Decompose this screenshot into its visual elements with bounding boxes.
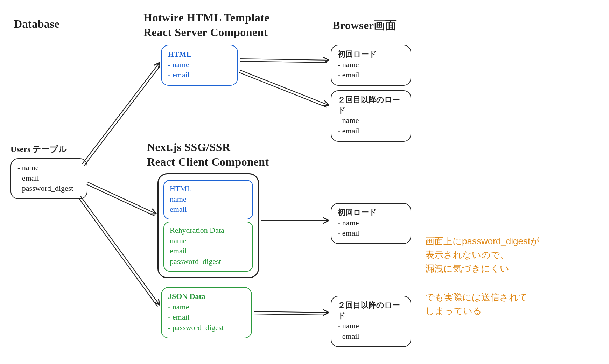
svg-line-13 xyxy=(254,314,327,315)
hotwire-html-title: HTML xyxy=(168,49,231,59)
first-load-top-email: email xyxy=(338,70,404,80)
heading-browser: Browser画面 xyxy=(332,18,397,33)
field-email: email xyxy=(18,173,80,183)
rehydration-email: email xyxy=(170,246,247,256)
box-nextjs-html: HTML name email xyxy=(163,180,253,219)
svg-line-4 xyxy=(80,196,159,304)
arrow-hotwire-to-first-load xyxy=(240,59,328,63)
svg-line-12 xyxy=(254,312,328,313)
note1-line2: 表示されないので、 xyxy=(425,248,540,262)
arrow-users-to-nextjs-composite xyxy=(87,182,156,216)
svg-line-8 xyxy=(240,70,328,105)
heading-nextjs-line1: Next.js SSG/SSR xyxy=(147,140,269,155)
svg-line-6 xyxy=(240,59,328,60)
field-name: name xyxy=(18,162,80,173)
nextjs-html-email: email xyxy=(170,204,247,215)
box-hotwire-html: HTML name email xyxy=(161,45,238,86)
arrow-users-to-json xyxy=(79,196,159,307)
heading-hotwire-line1: Hotwire HTML Template xyxy=(144,10,270,25)
json-email: email xyxy=(168,312,245,322)
second-load-bottom-name: name xyxy=(338,321,404,331)
svg-line-9 xyxy=(239,72,327,107)
note2-line1: でも実際には送信されて xyxy=(425,290,528,304)
rehydration-name: name xyxy=(170,236,247,246)
note-password-digest-hidden: 画面上にpassword_digestが 表示されないので、 漏洩に気づきにくい xyxy=(425,234,540,275)
svg-line-7 xyxy=(240,61,327,63)
heading-hotwire-line2: React Server Component xyxy=(144,25,270,40)
heading-database: Database xyxy=(14,17,59,31)
box-users-table: Users Users テーブルテーブル name email password… xyxy=(10,144,88,199)
first-load-top-title: 初回ロード xyxy=(338,49,404,59)
svg-line-3 xyxy=(87,184,155,216)
note1-line3: 漏洩に気づきにくい xyxy=(425,262,540,275)
field-password-digest: password_digest xyxy=(18,183,80,194)
users-table-fields: name email password_digest xyxy=(10,158,88,199)
box-browser-second-load-top: ２回目以降のロード name email xyxy=(331,90,411,142)
heading-nextjs-line2: React Client Component xyxy=(147,155,269,169)
svg-line-2 xyxy=(88,182,156,214)
arrow-json-to-second-load-bottom xyxy=(254,312,328,315)
box-nextjs-json: JSON Data name email password_digest xyxy=(161,287,252,338)
users-table-title: Users Users テーブルテーブル xyxy=(10,144,88,155)
json-password-digest: password_digest xyxy=(168,322,245,333)
second-load-top-title: ２回目以降のロード xyxy=(338,94,404,115)
note-actually-sent: でも実際には送信されて しまっている xyxy=(425,290,528,318)
hotwire-html-email: email xyxy=(168,70,231,80)
first-load-top-name: name xyxy=(338,59,404,70)
second-load-bottom-email: email xyxy=(338,331,404,342)
json-name: name xyxy=(168,302,245,312)
nextjs-html-title: HTML xyxy=(170,183,247,194)
rehydration-title: Rehydration Data xyxy=(170,225,247,236)
heading-hotwire: Hotwire HTML Template React Server Compo… xyxy=(144,10,270,40)
first-load-bottom-email: email xyxy=(338,228,404,238)
note1-line1: 画面上にpassword_digestが xyxy=(425,234,540,248)
svg-line-5 xyxy=(79,198,158,307)
first-load-bottom-title: 初回ロード xyxy=(338,207,404,218)
box-browser-first-load-bottom: 初回ロード name email xyxy=(331,203,411,244)
box-browser-second-load-bottom: ２回目以降のロード name email xyxy=(331,296,411,347)
arrow-hotwire-to-second-load xyxy=(239,70,328,107)
heading-nextjs: Next.js SSG/SSR React Client Component xyxy=(147,140,269,169)
rehydration-password-digest: password_digest xyxy=(170,256,247,267)
box-browser-first-load-top: 初回ロード name email xyxy=(331,45,411,86)
nextjs-html-name: name xyxy=(170,194,247,204)
box-nextjs-composite: HTML name email Rehydration Data name em… xyxy=(158,173,259,278)
second-load-bottom-title: ２回目以降のロード xyxy=(338,300,404,321)
second-load-top-name: name xyxy=(338,115,404,126)
box-nextjs-rehydration: Rehydration Data name email password_dig… xyxy=(163,222,253,272)
json-data-title: JSON Data xyxy=(168,291,245,302)
arrow-nextjs-to-first-load-bottom xyxy=(261,220,328,223)
first-load-bottom-name: name xyxy=(338,218,404,228)
second-load-top-email: email xyxy=(338,126,404,136)
note2-line2: しまっている xyxy=(425,304,528,318)
hotwire-html-name: name xyxy=(168,59,231,70)
